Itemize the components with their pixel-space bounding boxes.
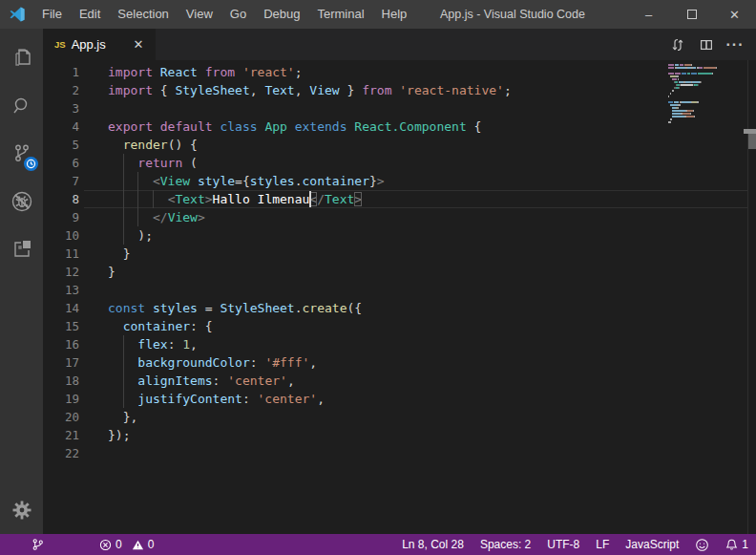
code-row-3[interactable]: 3: [43, 99, 756, 117]
line-number: 8: [43, 190, 84, 208]
code-line: [84, 99, 747, 117]
code-line: flex: 1,: [84, 335, 747, 353]
javascript-file-icon: JS: [54, 39, 66, 50]
code-row-15[interactable]: 15 container: {: [43, 317, 756, 335]
code-row-20[interactable]: 20 },: [43, 408, 756, 426]
line-number: 21: [43, 426, 84, 444]
code-row-9[interactable]: 9 </View>: [43, 208, 756, 226]
line-number: 22: [43, 444, 84, 462]
settings-button[interactable]: [0, 486, 43, 534]
status-bar: 0 0 Ln 8, Col 28 Spaces: 2 UTF-8 LF Java…: [0, 534, 756, 555]
code-line: <View style={styles.container}>: [84, 172, 747, 190]
more-actions-button[interactable]: ···: [725, 35, 745, 54]
indent-guide: [123, 172, 124, 190]
line-number: 15: [43, 317, 84, 335]
code-line: alignItems: 'center',: [84, 372, 747, 390]
code-row-19[interactable]: 19 justifyContent: 'center',: [43, 390, 756, 408]
menu-terminal[interactable]: Terminal: [308, 0, 372, 29]
code-line: const styles = StyleSheet.create({: [84, 299, 747, 317]
menu-bar: FileEditSelectionViewGoDebugTerminalHelp: [33, 0, 415, 29]
maximize-icon: [687, 10, 697, 19]
problems-button[interactable]: 0 0: [99, 538, 154, 551]
code-row-14[interactable]: 14const styles = StyleSheet.create({: [43, 299, 756, 317]
error-icon: [99, 539, 112, 551]
code-row-10[interactable]: 10 );: [43, 226, 756, 245]
debug-no-bug-icon: [10, 189, 34, 214]
code-row-17[interactable]: 17 backgroundColor: '#fff',: [43, 353, 756, 372]
line-number: 4: [43, 117, 84, 136]
menu-selection[interactable]: Selection: [109, 0, 177, 29]
feedback-button[interactable]: [695, 538, 709, 552]
indentation-button[interactable]: Spaces: 2: [480, 538, 531, 551]
code-row-11[interactable]: 11 }: [43, 245, 756, 263]
tab-label: App.js: [72, 37, 106, 52]
code-editor[interactable]: 1import React from 'react';2import { Sty…: [43, 60, 756, 534]
extensions-icon: [10, 238, 33, 261]
code-row-22[interactable]: 22: [43, 444, 756, 462]
code-row-2[interactable]: 2import { StyleSheet, Text, View } from …: [43, 81, 756, 99]
code-row-8[interactable]: 8 <Text>Hallo Ilmenau</Text>: [43, 190, 756, 208]
menu-edit[interactable]: Edit: [71, 0, 109, 29]
sidebar-item-source-control[interactable]: [0, 130, 43, 178]
line-number: 16: [43, 335, 84, 353]
editor-group: JS App.js ✕: [43, 29, 756, 534]
sidebar-item-explorer[interactable]: [0, 34, 43, 82]
title-bar: FileEditSelectionViewGoDebugTerminalHelp…: [0, 0, 756, 29]
code-row-1[interactable]: 1import React from 'react';: [43, 63, 756, 81]
sidebar-item-debug[interactable]: [0, 178, 43, 225]
line-number: 1: [43, 63, 84, 81]
code-line: backgroundColor: '#fff',: [84, 353, 747, 372]
tab-close-icon[interactable]: ✕: [131, 37, 146, 52]
line-number: 18: [43, 372, 84, 390]
indent-guide: [137, 172, 138, 190]
code-line: export default class App extends React.C…: [84, 117, 747, 136]
eol-button[interactable]: LF: [596, 538, 609, 551]
encoding-button[interactable]: UTF-8: [547, 538, 579, 551]
git-branch-icon: [32, 538, 44, 551]
code-line: render() {: [84, 136, 747, 154]
minimize-button[interactable]: –: [627, 0, 670, 29]
language-mode-button[interactable]: JavaScript: [625, 538, 679, 551]
tab-appjs[interactable]: JS App.js ✕: [43, 29, 156, 60]
maximize-button[interactable]: [670, 0, 713, 29]
sidebar-item-search[interactable]: [0, 82, 43, 130]
search-icon: [10, 95, 33, 117]
code-line: container: {: [84, 317, 747, 335]
close-button[interactable]: ✕: [713, 0, 756, 29]
scrollbar-thumb[interactable]: [748, 134, 756, 149]
git-branch-button[interactable]: [32, 538, 44, 551]
code-row-21[interactable]: 21});: [43, 426, 756, 444]
smiley-icon: [695, 538, 709, 552]
menu-file[interactable]: File: [33, 0, 71, 29]
split-editor-button[interactable]: [697, 35, 716, 54]
menu-go[interactable]: Go: [221, 0, 255, 29]
menu-view[interactable]: View: [178, 0, 221, 29]
activity-bar: [0, 29, 43, 534]
code-line: justifyContent: 'center',: [84, 390, 747, 408]
line-number: 9: [43, 208, 84, 226]
code-row-5[interactable]: 5 render() {: [43, 136, 756, 154]
line-number: 17: [43, 353, 84, 372]
line-number: 12: [43, 263, 84, 281]
code-row-16[interactable]: 16 flex: 1,: [43, 335, 756, 353]
overview-ruler[interactable]: [747, 60, 756, 534]
sidebar-item-extensions[interactable]: [0, 225, 43, 273]
code-row-18[interactable]: 18 alignItems: 'center',: [43, 372, 756, 390]
code-row-4[interactable]: 4export default class App extends React.…: [43, 117, 756, 136]
line-number: 5: [43, 136, 84, 154]
code-row-12[interactable]: 12}: [43, 263, 756, 281]
code-line: });: [84, 426, 747, 444]
menu-debug[interactable]: Debug: [255, 0, 308, 29]
notifications-button[interactable]: 1: [725, 538, 748, 551]
code-row-7[interactable]: 7 <View style={styles.container}>: [43, 172, 756, 190]
minimap[interactable]: [668, 64, 723, 127]
code-row-13[interactable]: 13: [43, 281, 756, 299]
tab-bar: JS App.js ✕: [43, 29, 756, 60]
vscode-window: FileEditSelectionViewGoDebugTerminalHelp…: [0, 0, 756, 555]
indent-guide: [153, 190, 154, 208]
bell-icon: [725, 538, 738, 551]
text-cursor: [309, 191, 311, 207]
sync-changes-button[interactable]: [668, 35, 687, 54]
cursor-position-button[interactable]: Ln 8, Col 28: [402, 538, 464, 551]
code-row-6[interactable]: 6 return (: [43, 154, 756, 172]
